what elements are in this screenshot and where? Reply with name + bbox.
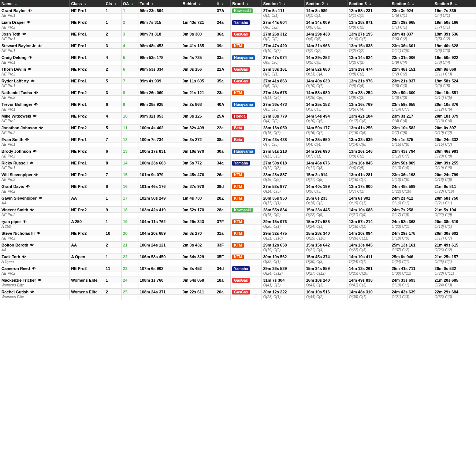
cell-subname: A Open [0,260,70,265]
cell-s3: 14m 48s 310 [347,289,390,295]
cell-s2-sub: O(27) C(12) [304,271,347,277]
cell-s5: 20m 18s 379 [433,113,476,119]
eye-icon[interactable]: 👁 [31,79,34,83]
results-table-container: Name ▲ Class ▲ Cls ▲ OA ▲ Total ▲ [0,0,476,300]
cell-sub-hash [215,178,231,183]
cell-s2: 14m 29s 690 [304,148,347,154]
cell-hash: 28a [215,207,231,213]
cell-subname: NE Pro2 [0,119,70,125]
col-header-s4[interactable]: Section 4 ▲ [390,0,433,7]
col-header-behind[interactable]: Behind ▲ [181,0,215,7]
eye-icon[interactable]: 👁 [22,32,26,36]
cell-s5: 20m 38s 619 [433,218,476,225]
rider-name: Ricky Russell [1,161,28,165]
cell-oa: 1 [121,7,138,14]
cell-cls: 6 [104,101,121,107]
cell-brand: KTM [231,89,261,96]
cell-subname: NE Pro1 [0,49,70,54]
cell-s1: 27m 52s 977 [261,183,304,189]
eye-icon[interactable]: 👁 [38,44,41,48]
cell-behind: 0m 52s 170 [181,207,215,213]
cell-total: 98m 7s 318 [138,31,181,37]
eye-icon[interactable]: 👁 [32,267,36,271]
cell-s2: 15m 23s 445 [304,207,347,213]
eye-icon[interactable]: 👁 [30,161,33,165]
table-row: Evan Smith 👁 NE Pro1 7 12 100m 7s 734 0m… [0,136,476,142]
cell-sub-behind [181,142,215,148]
eye-icon[interactable]: 👁 [27,21,30,25]
brand-badge: Honda [232,114,247,119]
col-header-class[interactable]: Class ▲ [70,0,104,7]
table-row: Zack Toth 👁 A Open 1 22 106m 58s 450 0m … [0,253,476,260]
cell-sub-cls [104,84,121,89]
eye-icon[interactable]: 👁 [28,67,31,71]
cell-s5: 20m 24s 799 [433,171,476,178]
cell-subname: NE Pro2 [0,213,70,218]
cell-s4: 22m 50s 600 [390,89,433,96]
cell-sub-hash [215,260,231,265]
cell-s5: 19m 39s 536 [433,31,476,37]
cell-oa: 25 [121,289,138,295]
col-header-hash[interactable]: # ▲ [215,0,231,7]
col-header-oa[interactable]: OA ▲ [121,0,138,7]
cell-sub-total [138,178,181,183]
col-header-cls[interactable]: Cls ▲ [104,0,121,7]
eye-icon[interactable]: 👁 [30,290,34,294]
eye-icon[interactable]: 👁 [34,91,38,95]
eye-icon[interactable]: 👁 [33,114,37,118]
cell-total: 106m 58s 450 [138,253,181,260]
eye-icon[interactable]: 👁 [38,196,42,200]
cell-s4: 23m 10s 582 [390,125,433,131]
eye-icon[interactable]: 👁 [34,103,38,107]
cell-sub-behind [181,236,215,242]
cell-total: 100m 4s 462 [138,125,181,131]
eye-icon[interactable]: 👁 [25,138,29,142]
col-header-name[interactable]: Name ▲ [0,0,70,7]
col-header-s3[interactable]: Section 3 ▲ [347,0,390,7]
cell-s1-sub: O(16) C(8) [261,178,304,183]
cell-cls: 7 [104,136,121,142]
cell-hash: 28Z [215,195,231,201]
col-header-s2[interactable]: Section 2 ▲ [304,0,347,7]
eye-icon[interactable]: 👁 [33,149,37,153]
col-header-brand[interactable]: Brand ▲ [231,0,261,7]
cell-s5-sub: O(14) C(5) [433,96,476,101]
eye-icon[interactable]: 👁 [37,231,40,236]
brand-badge: GasGas [232,278,250,283]
cell-class: Womens Elite [70,289,104,295]
cell-s5-sub: O(15) C(7) [433,142,476,148]
eye-icon[interactable]: 👁 [22,255,26,259]
cell-s4-sub: O(7) C(5) [390,131,433,136]
eye-icon[interactable]: 👁 [23,220,26,224]
cell-sub-hash [215,236,231,242]
cell-oa: 15 [121,171,138,178]
cell-s3: 13m 15s 838 [347,42,390,49]
eye-icon[interactable]: 👁 [29,56,32,60]
eye-icon[interactable]: 👁 [26,185,30,189]
cell-class: AA [70,242,104,248]
brand-badge: Kawasaki [232,208,253,212]
cell-hash: 34a [215,160,231,166]
cell-s4-sub: O(13) C(6) [390,166,433,171]
eye-icon[interactable]: 👁 [34,173,38,177]
cell-s5-sub: O(24) C(3) [433,283,476,289]
cell-hash: 33a [215,54,231,60]
eye-icon[interactable]: 👁 [30,243,34,247]
col-header-s1[interactable]: Section 1 ▲ [261,0,304,7]
eye-icon[interactable]: 👁 [39,126,43,130]
cell-s3-sub: O(18) C(1) [347,225,390,230]
eye-icon[interactable]: 👁 [30,208,34,212]
cell-oa: 21 [121,242,138,248]
eye-icon[interactable]: 👁 [38,278,41,282]
cell-sub-class [70,295,104,300]
cell-s3-sub: O(8) C(2) [347,25,390,31]
col-header-total[interactable]: Total ▲ [138,0,181,7]
cell-s5-sub: O(11) C(3) [433,72,476,78]
cell-s5-sub: O(5) C(2) [433,37,476,42]
cell-name: Zack Toth 👁 [0,253,70,260]
cell-name: Josh Toth 👁 [0,31,70,37]
col-header-s5[interactable]: Section 5 ▲ [433,0,476,7]
eye-icon[interactable]: 👁 [28,9,31,13]
cell-brand: Husqvarna [231,54,261,60]
rider-name: Mike Witkowski [1,114,31,118]
